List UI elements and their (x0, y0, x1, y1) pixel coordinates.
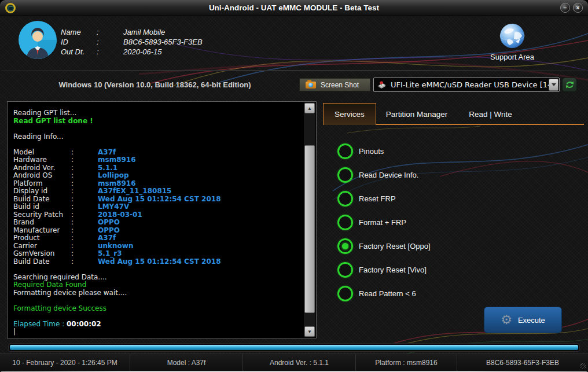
service-option[interactable]: Factory Reset [Oppo] (337, 238, 431, 254)
console-colon: : (71, 180, 98, 188)
console-text: Required Data Found (13, 281, 86, 289)
console-lines: Reading GPT list...Read GPT list done ! … (13, 109, 301, 336)
console-colon: : (71, 187, 98, 196)
camera-icon (306, 82, 316, 89)
service-option[interactable]: Read Pattern < 6 (337, 286, 431, 301)
close-button[interactable]: × (573, 3, 583, 13)
title-bar[interactable]: Uni-Android - UAT eMMC MODULE - Beta Tes… (0, 0, 588, 16)
console-colon: : (71, 242, 98, 251)
console-key: Display id (13, 187, 71, 196)
status-segment: Platform : msm8916 (356, 354, 457, 371)
service-option-label: Read Pattern < 6 (359, 289, 416, 298)
console-line: Formatting device please wait.... (13, 289, 301, 297)
scroll-up-icon[interactable]: ▲ (304, 103, 315, 113)
refresh-devices-button[interactable] (562, 78, 577, 92)
console-line: Carrier:unknown (13, 242, 301, 251)
console-colon: : (71, 149, 98, 157)
os-bar: Windows 10 (Version 10.0, Build 18362, 6… (0, 72, 588, 100)
console-value: 5.1_r3 (98, 249, 122, 257)
status-bar: 10 - February - 2020 - 1:26:45 PMModel :… (0, 353, 588, 371)
screenshot-button[interactable]: Screen Shot (299, 78, 370, 91)
dropdown-arrow-button[interactable] (549, 79, 558, 91)
console-value: Wed Aug 15 01:12:54 CST 2018 (98, 195, 221, 203)
console-line: Security Patch:2018-03-01 (13, 211, 301, 219)
console-line: Platform:msm8916 (13, 180, 301, 188)
radio-icon (337, 238, 353, 254)
tab-services[interactable]: Services (323, 103, 376, 125)
console-text: Elapsed Time : (13, 320, 67, 328)
console-line: Formatting device Success (13, 305, 301, 313)
console-key: Build Date (13, 258, 71, 266)
gear-icon: ⚙ (501, 314, 512, 326)
console-value: msm8916 (98, 179, 136, 187)
usb-reader-icon (377, 80, 387, 90)
tab-read-write[interactable]: Read | Write (457, 103, 524, 125)
service-option[interactable]: Reset FRP (337, 191, 431, 207)
console-colon: : (71, 156, 98, 164)
scrollbar-thumb[interactable] (304, 145, 315, 313)
execute-button[interactable]: ⚙ Execute (484, 307, 562, 333)
console-line: Elapsed Time : 00:00:02 (13, 321, 301, 329)
device-select-value: UFI-Lite eMMC/uSD Reader USB Device [14.… (391, 80, 549, 89)
radio-selected-dot (342, 243, 348, 249)
support-area-button[interactable]: Support Area (475, 23, 550, 61)
resize-grip[interactable] (580, 363, 586, 369)
console-text: Reading GPT list... (13, 109, 76, 117)
service-option[interactable]: Read Device Info. (337, 167, 431, 183)
console-value: A37fEX_11_180815 (98, 187, 171, 195)
radio-icon (337, 143, 353, 159)
console-value: OPPO (98, 218, 120, 226)
user-field-label: ID (61, 37, 97, 47)
console-value: A37f (98, 148, 116, 156)
console-log[interactable]: Reading GPT list...Read GPT list done ! … (7, 101, 317, 338)
tab-bar: ServicesPartition ManagerRead | Write (323, 103, 584, 125)
console-colon: : (71, 203, 98, 211)
support-area-label: Support Area (475, 53, 550, 61)
console-key: Android OS (13, 172, 71, 180)
service-option[interactable]: Factory Reset [Vivo] (337, 262, 431, 278)
user-field-value: 2020-06-15 (123, 47, 162, 57)
user-field-label: Name (61, 27, 97, 37)
service-option-label: Factory Reset [Vivo] (359, 266, 427, 274)
scroll-down-icon[interactable]: ▼ (304, 326, 315, 337)
console-text: Searching required Data.... (13, 273, 107, 281)
radio-icon (337, 167, 353, 183)
console-line: Model:A37f (13, 149, 301, 157)
service-option-label: Reset FRP (359, 194, 396, 203)
console-colon: : (71, 196, 98, 204)
user-info: Name:Jamil MobileID:B8C6-5893-65F3-F3EBO… (61, 27, 203, 57)
tab-partition-manager[interactable]: Partition Manager (376, 103, 457, 125)
console-colon: : (71, 164, 98, 172)
console-key: Brand (13, 219, 71, 227)
console-key: Hardware (13, 156, 71, 164)
user-field-colon: : (97, 27, 123, 37)
console-line: Build Date:Wed Aug 15 01:12:54 CST 2018 (13, 196, 301, 204)
header: Name:Jamil MobileID:B8C6-5893-65F3-F3EBO… (0, 17, 588, 70)
console-line: GsmVersion:5.1_r3 (13, 250, 301, 258)
console-key: Platform (13, 180, 71, 188)
header-divider (1, 70, 587, 71)
console-text: | (13, 327, 16, 336)
execute-button-label: Execute (518, 316, 545, 325)
status-segment: 10 - February - 2020 - 1:26:45 PM (0, 354, 130, 371)
console-line (13, 297, 301, 305)
service-option[interactable]: Format + FRP (337, 215, 431, 230)
minimize-button[interactable]: − (560, 3, 570, 13)
service-option[interactable]: Pinouts (337, 143, 431, 159)
chevron-down-icon (552, 83, 556, 86)
console-line: Manufacturer:OPPO (13, 227, 301, 235)
console-key: Build Date (13, 196, 71, 204)
user-field-value: B8C6-5893-65F3-F3EB (123, 37, 203, 47)
device-select[interactable]: UFI-Lite eMMC/uSD Reader USB Device [14.… (373, 78, 560, 92)
console-key: Product (13, 234, 71, 242)
console-text: Formatting device please wait.... (13, 289, 127, 297)
service-option-label: Pinouts (359, 147, 384, 156)
service-option-label: Factory Reset [Oppo] (359, 242, 431, 251)
console-line: Reading GPT list... (13, 109, 301, 117)
console-colon: : (71, 219, 98, 227)
console-scrollbar[interactable]: ▲ ▼ (304, 102, 315, 337)
console-key: Android Ver. (13, 164, 71, 172)
console-line: Brand:OPPO (13, 219, 301, 227)
console-colon: : (71, 227, 98, 235)
console-text: 00:00:02 (67, 320, 101, 328)
